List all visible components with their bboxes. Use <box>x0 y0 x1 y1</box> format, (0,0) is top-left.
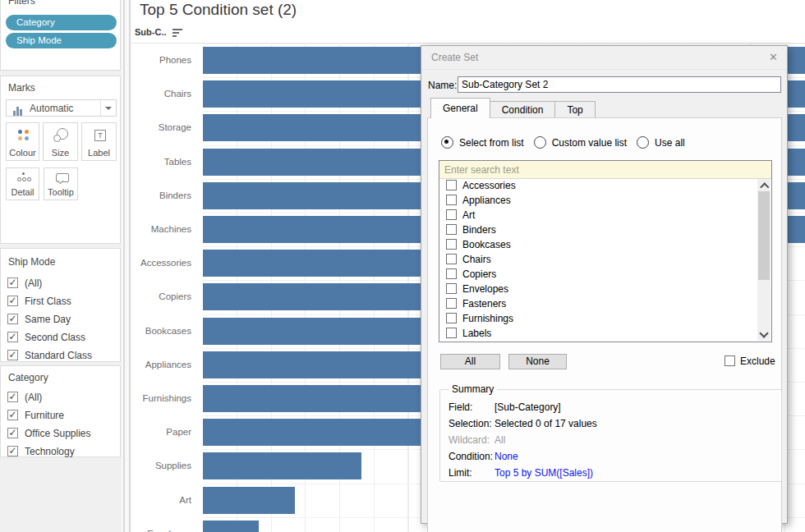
sidebar-splitter[interactable] <box>122 0 131 532</box>
list-item[interactable]: Binders <box>439 223 756 238</box>
set-name-input[interactable] <box>458 76 781 93</box>
summary-value-link[interactable]: Top 5 by SUM([Sales]) <box>494 467 593 479</box>
scroll-up-icon[interactable] <box>761 182 766 188</box>
filter-checkbox-row[interactable]: ✓Technology <box>1 445 120 460</box>
category-label[interactable]: Tables <box>131 145 191 179</box>
tab-general[interactable]: General <box>430 98 490 118</box>
dialog-titlebar[interactable]: Create Set ✕ <box>421 46 787 70</box>
checkbox[interactable]: ✓ <box>7 277 18 288</box>
checkbox-label[interactable]: Technology <box>25 446 75 457</box>
list-item[interactable]: Bookcases <box>439 238 756 253</box>
tab-top[interactable]: Top <box>554 101 595 118</box>
list-item[interactable]: Furnishings <box>439 312 756 327</box>
filter-checkbox-row[interactable]: ✓First Class <box>1 295 120 310</box>
radio-custom-value-list[interactable] <box>534 136 546 149</box>
scrollbar[interactable] <box>757 179 770 341</box>
radio-label[interactable]: Select from list <box>459 137 524 149</box>
list-item[interactable]: Copiers <box>439 268 756 282</box>
filter-checkbox-row[interactable]: ✓Furniture <box>1 409 120 424</box>
chevron-down-icon[interactable] <box>100 100 116 116</box>
category-label[interactable]: Storage <box>131 111 191 144</box>
member-checkbox[interactable] <box>446 180 457 190</box>
search-input[interactable] <box>441 163 760 177</box>
checkbox[interactable]: ✓ <box>7 410 18 420</box>
list-item[interactable]: Appliances <box>439 194 756 209</box>
filter-checkbox-row[interactable]: ✓Standard Class <box>1 349 120 364</box>
member-checkbox[interactable] <box>446 195 457 205</box>
checkbox-label[interactable]: (All) <box>25 392 42 403</box>
filter-checkbox-row[interactable]: ✓(All) <box>1 277 120 291</box>
bar[interactable] <box>203 487 295 514</box>
member-checkbox[interactable] <box>446 268 457 279</box>
category-label[interactable]: Binders <box>131 179 191 213</box>
member-label[interactable]: Accessories <box>462 180 516 191</box>
member-checkbox[interactable] <box>446 283 457 294</box>
summary-value-link[interactable]: None <box>494 451 518 462</box>
member-checkbox[interactable] <box>446 239 457 250</box>
category-label[interactable]: Copiers <box>131 280 191 314</box>
list-item[interactable]: Envelopes <box>439 282 756 297</box>
member-checkbox[interactable] <box>446 313 457 323</box>
scroll-down-icon[interactable] <box>761 330 766 336</box>
close-icon[interactable]: ✕ <box>769 51 778 63</box>
checkbox[interactable]: ✓ <box>7 332 18 342</box>
member-label[interactable]: Labels <box>462 328 491 339</box>
member-label[interactable]: Bookcases <box>462 239 511 250</box>
checkbox-label[interactable]: First Class <box>25 296 71 307</box>
all-button[interactable]: All <box>440 354 500 369</box>
tooltip-button[interactable]: Tooltip <box>44 167 78 200</box>
exclude-checkbox[interactable] <box>724 355 735 366</box>
list-item[interactable]: Labels <box>439 327 756 342</box>
member-label[interactable]: Chairs <box>462 254 491 265</box>
bar[interactable] <box>203 452 361 479</box>
radio-label[interactable]: Use all <box>655 137 685 149</box>
member-checkbox[interactable] <box>446 224 457 235</box>
scrollbar-thumb[interactable] <box>758 191 770 280</box>
list-item[interactable]: Chairs <box>439 253 756 268</box>
radio-label[interactable]: Custom value list <box>552 137 627 149</box>
category-label[interactable]: Accessories <box>131 246 191 280</box>
checkbox[interactable]: ✓ <box>7 314 18 324</box>
member-label[interactable]: Art <box>462 209 475 221</box>
member-label[interactable]: Copiers <box>462 268 496 280</box>
filter-checkbox-row[interactable]: ✓Same Day <box>1 313 120 328</box>
category-label[interactable]: Machines <box>131 213 191 246</box>
filter-checkbox-row[interactable]: ✓Second Class <box>1 331 120 346</box>
radio-select-from-list[interactable] <box>441 136 453 149</box>
checkbox-label[interactable]: Second Class <box>25 332 85 343</box>
category-label[interactable]: Chairs <box>131 77 191 111</box>
member-checkbox[interactable] <box>446 254 457 264</box>
checkbox-label[interactable]: (All) <box>25 277 42 289</box>
category-label[interactable]: Supplies <box>131 449 191 483</box>
sort-descending-icon[interactable] <box>172 29 184 37</box>
category-label[interactable]: Envelopes <box>131 517 191 532</box>
category-label[interactable]: Furnishings <box>131 382 191 415</box>
category-label[interactable]: Appliances <box>131 348 191 382</box>
category-label[interactable]: Bookcases <box>131 314 191 348</box>
member-label[interactable]: Fasteners <box>462 298 506 310</box>
checkbox[interactable]: ✓ <box>7 392 18 402</box>
detail-button[interactable]: Detail <box>6 167 39 200</box>
row-field-header[interactable]: Sub-C.. <box>135 27 167 37</box>
checkbox-label[interactable]: Standard Class <box>25 350 92 361</box>
tab-condition[interactable]: Condition <box>490 101 556 118</box>
colour-button[interactable]: Colour <box>6 122 39 161</box>
member-label[interactable]: Envelopes <box>462 283 508 295</box>
checkbox[interactable]: ✓ <box>7 446 18 456</box>
member-label[interactable]: Appliances <box>462 195 511 206</box>
bar[interactable] <box>203 521 259 532</box>
radio-use-all[interactable] <box>637 136 649 149</box>
checkbox[interactable]: ✓ <box>7 350 18 360</box>
checkbox[interactable]: ✓ <box>7 428 18 438</box>
filter-checkbox-row[interactable]: ✓(All) <box>1 391 120 406</box>
list-item[interactable]: Fasteners <box>439 297 756 312</box>
filter-checkbox-row[interactable]: ✓Office Supplies <box>1 427 120 442</box>
checkbox-label[interactable]: Furniture <box>25 410 64 421</box>
label-button[interactable]: T Label <box>81 122 117 161</box>
category-label[interactable]: Art <box>131 484 191 517</box>
list-item[interactable]: Art <box>439 209 756 223</box>
member-checkbox[interactable] <box>446 298 457 309</box>
checkbox-label[interactable]: Same Day <box>25 314 71 325</box>
mark-type-dropdown[interactable]: Automatic <box>6 99 117 117</box>
checkbox[interactable]: ✓ <box>7 296 18 306</box>
